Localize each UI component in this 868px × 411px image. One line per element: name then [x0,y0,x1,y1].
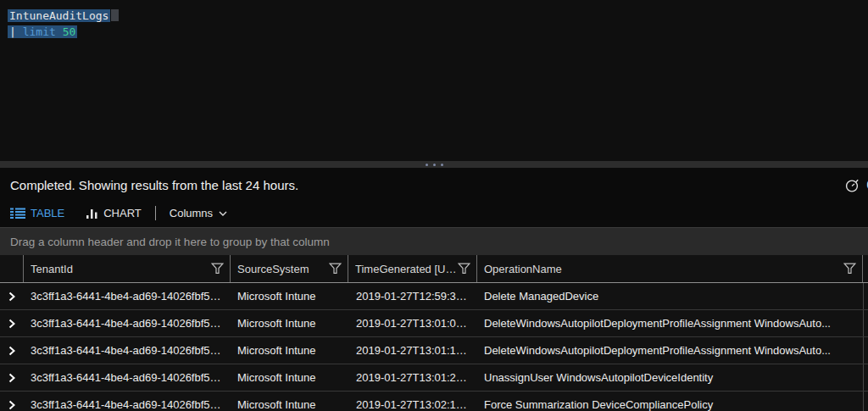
row-expander[interactable] [0,337,24,364]
cell-tenant-id: 3c3ff1a3-6441-4be4-ad69-14026fbf59bf [24,398,231,411]
limit-value: 50 [63,25,76,38]
chart-icon [86,208,98,219]
chevron-right-icon [8,319,15,329]
table-row[interactable]: 3c3ff1a3-6441-4be4-ad69-14026fbf59bf Mic… [0,310,868,337]
log-analytics-results-view: IntuneAuditLogs | limit 50 Completed. Sh… [0,0,868,411]
filter-icon[interactable] [329,263,342,275]
row-expander[interactable] [0,364,24,391]
table-body: 3c3ff1a3-6441-4be4-ad69-14026fbf59bf Mic… [0,283,868,411]
expander-column-header [0,255,24,282]
pane-splitter[interactable] [0,161,868,168]
status-message: Completed. Showing results from the last… [10,178,298,192]
row-expander[interactable] [0,310,24,336]
table-icon [10,208,25,219]
query-status-bar: Completed. Showing results from the last… [0,168,868,202]
cell-source-system: Microsoft Intune [231,290,348,303]
cell-tenant-id: 3c3ff1a3-6441-4be4-ad69-14026fbf59bf [24,290,231,303]
splitter-handle-dot [426,164,428,166]
columns-dropdown[interactable]: Columns [170,207,227,219]
table-row[interactable]: 3c3ff1a3-6441-4be4-ad69-14026fbf59bf Mic… [0,364,868,392]
table-row[interactable]: 3c3ff1a3-6441-4be4-ad69-14026fbf59bf Mic… [0,337,868,364]
query-timer: 00 [844,168,868,202]
cell-operation-name: Delete ManagedDevice [477,290,863,303]
cell-time-generated: 2019-01-27T13:02:15.731 [348,398,477,411]
table-row[interactable]: 3c3ff1a3-6441-4be4-ad69-14026fbf59bf Mic… [0,283,868,310]
columns-dropdown-label: Columns [170,207,213,219]
tab-table-label: TABLE [31,207,64,219]
cell-operation-name: DeleteWindowsAutopilotDeploymentProfileA… [477,344,863,357]
query-editor[interactable]: IntuneAuditLogs | limit 50 [0,0,868,161]
tab-table[interactable]: TABLE [10,207,64,219]
splitter-handle-dot [433,164,436,166]
query-line-2: | limit 50 [8,24,868,40]
cell-time-generated: 2019-01-27T13:01:27.570 [348,371,477,384]
chevron-right-icon [8,292,15,302]
cell-operation-name: Force Summarization DeviceCompliancePoli… [477,398,863,411]
query-table-name: IntuneAuditLogs [8,9,110,22]
column-header-label: TenantId [31,263,211,275]
cell-source-system: Microsoft Intune [231,398,348,411]
table-row[interactable]: 3c3ff1a3-6441-4be4-ad69-14026fbf59bf Mic… [0,392,868,411]
cell-tenant-id: 3c3ff1a3-6441-4be4-ad69-14026fbf59bf [24,371,231,384]
chevron-right-icon [8,373,15,383]
cell-time-generated: 2019-01-27T12:59:34.102 [348,290,477,303]
filter-icon[interactable] [458,263,470,275]
cell-tenant-id: 3c3ff1a3-6441-4be4-ad69-14026fbf59bf [24,344,231,357]
pipe-operator: | [9,25,16,38]
editor-cursor [111,9,119,21]
stopwatch-icon [844,177,860,193]
column-header-sourcesystem[interactable]: SourceSystem [231,255,348,282]
column-header-tenantid[interactable]: TenantId [24,255,231,282]
cell-time-generated: 2019-01-27T13:01:10.287 [348,344,477,357]
cell-source-system: Microsoft Intune [231,344,348,357]
table-header: TenantId SourceSystem TimeGenerated [UTC… [0,255,868,283]
group-by-hint: Drag a column header and drop it here to… [10,236,330,248]
cell-operation-name: UnassignUser WindowsAutopilotDeviceIdent… [477,371,863,384]
row-expander[interactable] [0,392,24,411]
column-header-timegenerated-utc[interactable]: TimeGenerated [UTC] [348,255,477,282]
chevron-down-icon [219,211,227,216]
tab-chart-label: CHART [103,207,142,219]
group-by-drop-zone[interactable]: Drag a column header and drop it here to… [0,227,868,255]
cell-source-system: Microsoft Intune [231,371,348,384]
filter-icon[interactable] [211,263,224,275]
query-line-1: IntuneAuditLogs [8,8,868,24]
chevron-right-icon [8,346,15,356]
cell-source-system: Microsoft Intune [231,317,348,330]
tab-chart[interactable]: CHART [86,207,142,219]
results-toolbar: TABLE CHART Columns [0,202,868,225]
filter-icon[interactable] [843,263,856,275]
cell-tenant-id: 3c3ff1a3-6441-4be4-ad69-14026fbf59bf [24,317,231,330]
cell-time-generated: 2019-01-27T13:01:09.984 [348,317,477,330]
cell-operation-name: DeleteWindowsAutopilotDeploymentProfileA… [477,317,863,330]
chevron-right-icon [8,400,15,410]
column-header-label: OperationName [484,263,843,275]
splitter-handle-dot [441,164,443,166]
column-header-label: TimeGenerated [UTC] [355,263,458,275]
toolbar-divider [155,206,156,220]
row-expander[interactable] [0,283,24,309]
limit-keyword: limit [23,25,56,38]
column-header-label: SourceSystem [237,263,329,275]
column-header-operationname[interactable]: OperationName [477,255,863,282]
